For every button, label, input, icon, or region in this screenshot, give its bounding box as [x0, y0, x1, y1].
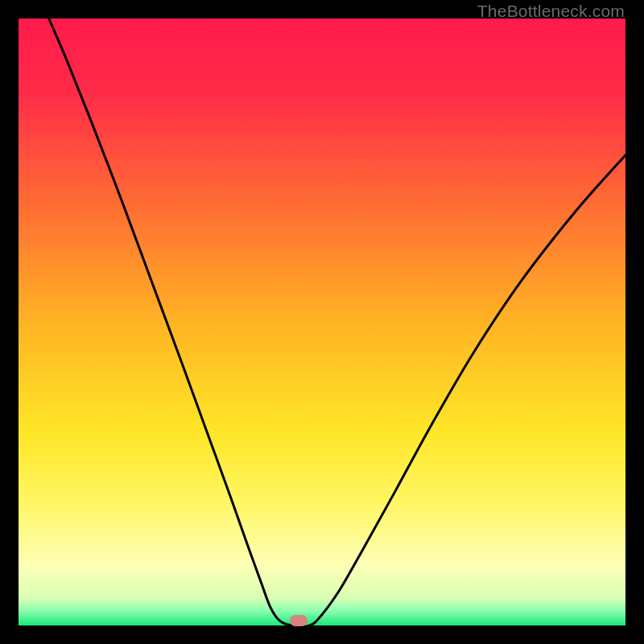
- watermark-text: TheBottleneck.com: [477, 2, 625, 21]
- bottleneck-curve: [19, 19, 625, 625]
- plot-frame: [19, 19, 625, 625]
- optimal-point-marker: [290, 615, 308, 626]
